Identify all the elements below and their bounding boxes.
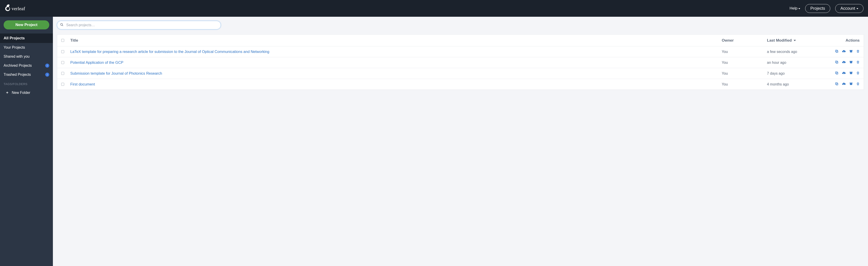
svg-rect-6 (851, 51, 851, 52)
row-checkbox[interactable] (61, 72, 64, 75)
cloud-download-icon[interactable] (842, 82, 846, 87)
archive-icon[interactable] (849, 60, 853, 65)
project-owner: You (722, 71, 767, 76)
project-title-link[interactable]: First document (70, 82, 95, 86)
account-menu[interactable]: Account (835, 4, 864, 13)
caret-down-icon (798, 8, 800, 9)
svg-rect-13 (850, 72, 852, 72)
sidebar-item-label: Shared with you (4, 55, 30, 59)
svg-rect-7 (836, 61, 838, 64)
project-title-link[interactable]: Submission template for Journal of Photo… (70, 71, 162, 75)
column-header-last-modified[interactable]: Last Modified (767, 38, 826, 43)
sidebar-item-label: All Projects (4, 36, 25, 40)
project-modified: 7 days ago (767, 71, 826, 76)
help-label: Help (789, 6, 798, 11)
project-modified: an hour ago (767, 61, 826, 65)
table-row: Potential Application of the GCP You an … (57, 57, 864, 68)
svg-point-1 (61, 23, 63, 25)
copy-icon[interactable] (835, 60, 839, 65)
svg-line-2 (62, 25, 63, 26)
info-icon: i (45, 64, 49, 68)
sidebar-item-trashed-projects[interactable]: Trashed Projects i (0, 70, 53, 79)
table-row: LaTeX template for preparing a research … (57, 46, 864, 57)
sidebar: New Project All Projects Your Projects S… (0, 17, 53, 266)
search-input[interactable] (57, 21, 221, 29)
row-checkbox[interactable] (61, 61, 64, 64)
sidebar-item-your-projects[interactable]: Your Projects (0, 43, 53, 52)
sidebar-item-label: Trashed Projects (4, 72, 31, 77)
trash-icon[interactable] (856, 82, 860, 87)
trash-icon[interactable] (856, 49, 860, 54)
sort-desc-icon (794, 40, 796, 41)
cloud-download-icon[interactable] (842, 49, 846, 54)
svg-rect-9 (850, 61, 852, 62)
sidebar-item-shared-with-you[interactable]: Shared with you (0, 52, 53, 61)
cloud-download-icon[interactable] (842, 71, 846, 76)
content-area: Title Owner Last Modified Actions LaTeX … (53, 17, 868, 266)
plus-icon: ＋ (5, 90, 8, 95)
account-label: Account (840, 6, 855, 11)
table-row: First document You 4 months ago (57, 79, 864, 90)
project-owner: You (722, 50, 767, 54)
svg-rect-3 (836, 51, 838, 53)
svg-rect-8 (835, 61, 837, 63)
info-icon: i (45, 72, 49, 77)
svg-rect-17 (850, 83, 852, 84)
trash-icon[interactable] (856, 60, 860, 65)
topbar: verleaf Help Projects Account (0, 0, 868, 17)
svg-rect-4 (835, 50, 837, 52)
svg-rect-16 (835, 83, 837, 85)
copy-icon[interactable] (835, 49, 839, 54)
new-project-button[interactable]: New Project (4, 20, 49, 29)
svg-rect-18 (851, 84, 851, 84)
table-header: Title Owner Last Modified Actions (57, 34, 864, 46)
archive-icon[interactable] (849, 71, 853, 76)
svg-rect-12 (835, 72, 837, 74)
sidebar-item-archived-projects[interactable]: Archived Projects i (0, 61, 53, 70)
help-menu[interactable]: Help (789, 6, 800, 11)
tags-folders-label: TAGS/FOLDERS (0, 79, 53, 88)
projects-button[interactable]: Projects (805, 4, 830, 13)
search-icon (60, 23, 64, 27)
trash-icon[interactable] (856, 71, 860, 76)
svg-rect-5 (850, 50, 852, 51)
project-modified: 4 months ago (767, 82, 826, 86)
column-header-actions: Actions (826, 38, 860, 43)
project-owner: You (722, 82, 767, 86)
select-all-checkbox[interactable] (61, 39, 64, 42)
new-folder-label: New Folder (12, 91, 30, 95)
row-checkbox[interactable] (61, 50, 64, 53)
cloud-download-icon[interactable] (842, 60, 846, 65)
copy-icon[interactable] (835, 82, 839, 87)
project-title-link[interactable]: LaTeX template for preparing a research … (70, 50, 269, 54)
project-modified: a few seconds ago (767, 50, 826, 54)
archive-icon[interactable] (849, 82, 853, 87)
sidebar-item-label: Your Projects (4, 46, 25, 50)
column-header-owner[interactable]: Owner (722, 38, 767, 43)
row-checkbox[interactable] (61, 83, 64, 86)
copy-icon[interactable] (835, 71, 839, 76)
last-modified-label: Last Modified (767, 38, 792, 43)
project-table: Title Owner Last Modified Actions LaTeX … (57, 34, 864, 90)
sidebar-item-all-projects[interactable]: All Projects (0, 33, 53, 43)
project-owner: You (722, 61, 767, 65)
column-header-title[interactable]: Title (70, 38, 722, 43)
svg-rect-15 (836, 83, 838, 85)
project-title-link[interactable]: Potential Application of the GCP (70, 60, 123, 64)
overleaf-logo[interactable]: verleaf (4, 0, 41, 17)
archive-icon[interactable] (849, 49, 853, 54)
caret-down-icon (857, 8, 858, 9)
svg-text:verleaf: verleaf (11, 6, 25, 11)
search-projects (57, 21, 221, 29)
svg-rect-11 (836, 72, 838, 75)
sidebar-item-label: Archived Projects (4, 64, 32, 68)
projects-label: Projects (810, 6, 825, 11)
new-folder-button[interactable]: ＋ New Folder (0, 88, 53, 97)
table-row: Submission template for Journal of Photo… (57, 68, 864, 79)
